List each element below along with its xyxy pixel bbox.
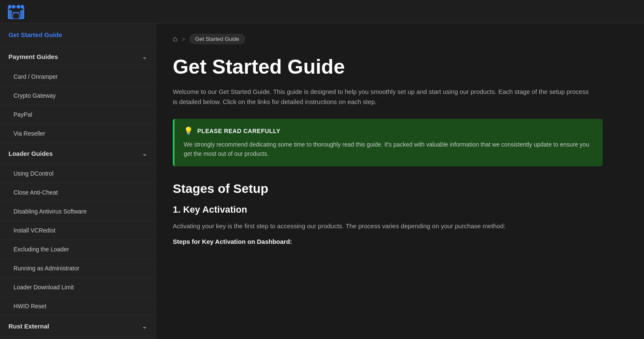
sidebar-item-hwid-reset[interactable]: HWID Reset	[0, 297, 156, 316]
page-title: Get Started Guide	[173, 56, 603, 78]
sidebar-section-rust-external[interactable]: Rust External ⌄	[0, 316, 156, 337]
alert-body: We strongly recommend dedicating some ti…	[184, 140, 593, 159]
sidebar-item-loader-download-limit[interactable]: Loader Download Limit	[0, 278, 156, 297]
alert-box: 💡 PLEASE READ CAREFULLY We strongly reco…	[173, 119, 603, 166]
breadcrumb: ⌂ > Get Started Guide	[173, 34, 603, 44]
sidebar-item-crypto-gateway[interactable]: Crypto Gateway	[0, 86, 156, 105]
sidebar-section-rust-external-label: Rust External	[8, 323, 49, 330]
breadcrumb-current[interactable]: Get Started Guide	[189, 34, 245, 44]
sidebar-item-close-anti-cheat[interactable]: Close Anti-Cheat	[0, 183, 156, 202]
page-description: Welcome to our Get Started Guide. This g…	[173, 87, 594, 107]
sidebar-item-excluding-loader[interactable]: Excluding the Loader	[0, 240, 156, 259]
stages-heading: Stages of Setup	[173, 182, 603, 196]
app-logo	[7, 3, 25, 21]
svg-rect-2	[20, 10, 24, 19]
svg-rect-5	[12, 5, 15, 8]
home-icon[interactable]: ⌂	[173, 35, 177, 43]
main-layout: Get Started Guide Payment Guides ⌄ Card …	[0, 24, 644, 339]
chevron-down-icon-3: ⌄	[142, 323, 147, 330]
chevron-down-icon: ⌄	[142, 53, 147, 60]
top-header	[0, 0, 644, 24]
sidebar-item-using-dcontrol[interactable]: Using DControl	[0, 164, 156, 183]
sidebar-item-install-vcredist[interactable]: Install VCRedist	[0, 221, 156, 240]
alert-title: PLEASE READ CAREFULLY	[197, 128, 280, 134]
sidebar-item-card-onramper[interactable]: Card / Onramper	[0, 67, 156, 86]
sidebar-item-disabling-antivirus[interactable]: Disabling Antivirus Software	[0, 202, 156, 221]
sidebar-section-loader-guides-label: Loader Guides	[8, 150, 53, 157]
sidebar-item-running-as-admin[interactable]: Running as Administrator	[0, 259, 156, 278]
sidebar-item-get-started[interactable]: Get Started Guide	[0, 24, 156, 46]
stage-1-heading: 1. Key Activation	[173, 204, 603, 215]
svg-rect-6	[17, 5, 20, 8]
svg-rect-4	[8, 5, 11, 8]
sidebar: Get Started Guide Payment Guides ⌄ Card …	[0, 24, 156, 339]
content-area: ⌂ > Get Started Guide Get Started Guide …	[156, 24, 644, 339]
sidebar-section-payment-guides[interactable]: Payment Guides ⌄	[0, 46, 156, 67]
stage-1-description: Activating your key is the first step to…	[173, 221, 603, 231]
content-inner: ⌂ > Get Started Guide Get Started Guide …	[156, 24, 620, 265]
sidebar-section-payment-guides-label: Payment Guides	[8, 53, 58, 60]
svg-rect-1	[8, 10, 12, 19]
alert-header: 💡 PLEASE READ CAREFULLY	[184, 126, 593, 136]
sidebar-item-paypal[interactable]: PayPal	[0, 105, 156, 124]
lightbulb-icon: 💡	[184, 126, 193, 136]
sidebar-section-loader-guides[interactable]: Loader Guides ⌄	[0, 143, 156, 164]
sidebar-item-via-reseller[interactable]: Via Reseller	[0, 124, 156, 143]
chevron-down-icon-2: ⌄	[142, 150, 147, 157]
breadcrumb-separator: >	[182, 36, 185, 43]
svg-rect-7	[21, 5, 24, 8]
stage-1-subheading: Steps for Key Activation on Dashboard:	[173, 238, 603, 245]
